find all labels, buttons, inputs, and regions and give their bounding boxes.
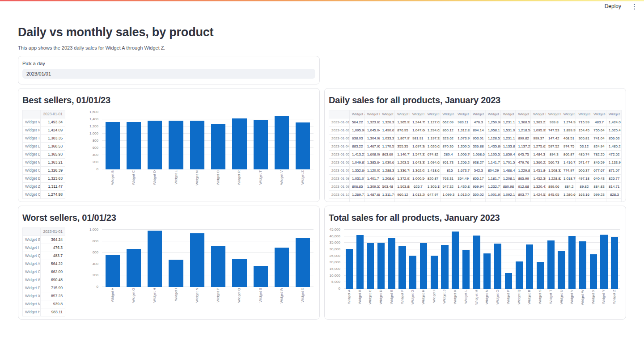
value-cell: 1,363.21 [41,159,65,167]
total-sales-content: 05,00010,00015,00020,00025,00030,00035,0… [329,227,622,314]
bar-band [482,253,493,289]
value-cell: 1,305.15 [425,183,440,191]
deploy-button[interactable]: Deploy [603,2,623,10]
x-axis-tick-label: Widget R [229,170,250,193]
value-cell: 89.82 [576,183,591,191]
table-row: Widget Z1,311.47 [23,183,65,191]
x-axis-tick-text: Widget O [216,170,220,185]
value-cell: 1,508.32 [546,167,561,175]
value-cell: 741.04 [591,135,606,143]
bar-band [344,249,355,289]
table-column-header: Widget H [455,110,470,118]
bar-band [376,243,386,289]
empty-cell [329,199,350,202]
table-row: Widget P715.99 [23,284,65,292]
bar-band [429,256,440,289]
bar-band [229,259,250,287]
value-cell: 1,309.53 [364,183,380,191]
value-cell: 1,490.65 [380,126,395,135]
bar [211,246,225,287]
y-axis-tick-label: 40,000 [329,235,340,238]
value-cell: 1,049.85 [350,159,365,167]
x-axis-tick-text: Widget N [485,290,489,304]
value-cell: 1,133.93 [606,159,622,167]
table-body: Widget S364.24Widget I476.3Widget Q483.7… [23,236,65,316]
table-row: 2023-01-101,269.731,487.681,311.79960.12… [329,191,622,199]
x-axis-tick-label: Widget N [186,288,208,310]
value-cell: 1,304.98 [364,135,380,143]
bar [483,253,491,289]
x-axis-tick-text: Widget H [153,288,157,303]
value-cell: 715.99 [41,284,65,292]
empty-cell [606,199,622,202]
row-label-cell: Widget H [23,308,41,316]
x-axis-tick-label: Widget V [567,290,577,312]
value-cell: 690.48 [41,276,65,284]
x-axis-tick-label: Widget Y [599,290,610,312]
x-axis-tick-text: Widget Q [237,288,241,303]
value-cell: 1,899.95 [561,126,576,135]
x-axis-tick-label: Widget F [397,290,408,312]
value-cell: 820.87 [425,175,440,183]
x-axis-tick-text: Widget B [358,290,362,304]
row-label-cell: Widget Q [23,252,41,260]
row-date-cell: 2023-01-07 [329,167,350,175]
value-cell: 1,424.09 [41,126,65,135]
bar-band [365,243,376,289]
x-axis-tick-text: Widget O [496,290,500,304]
kebab-menu-icon[interactable]: ⋮ [629,3,640,10]
row-date-cell: 2023-01-01 [329,118,350,126]
bar-band [440,245,450,289]
bar [431,256,438,289]
x-axis-labels: Widget BWidget CWidget DWidget LWidget M… [102,170,314,193]
empty-cell [395,199,410,202]
value-cell: 860.98 [500,183,516,191]
value-cell: 476.3 [470,118,486,126]
x-axis-tick-label: Widget B [102,170,123,193]
value-cell: 1,013.09 [455,191,470,199]
value-cell: 571.47 [576,159,591,167]
table-row: Widget A564.22 [23,260,65,268]
value-cell: 1,094.68 [425,159,440,167]
table-column-header: 2023-01-01 [41,228,65,236]
chart-plot-area: 02004006008001,0001,2001,4001,600 [102,112,314,169]
value-cell: 1,452.39 [531,175,546,183]
value-cell: 899.06 [546,183,561,191]
bar [127,122,141,169]
y-axis-tick-label: 1,000 [87,132,98,135]
value-cell: 662.09 [41,268,65,276]
bar [148,231,162,287]
y-axis-tick-label: 1,400 [87,118,98,121]
y-axis-tick-label: 1,200 [87,125,98,128]
page-title: Daily vs monthly sales, by product [18,0,626,39]
bar-band [471,236,482,289]
date-picker-label: Pick a day [22,61,315,66]
table-header: 2023-01-01 [23,110,65,118]
bar-band [250,266,271,287]
y-axis-tick-label: 600 [87,251,98,254]
value-cell: 1,280.66 [561,191,576,199]
x-axis-tick-text: Widget K [453,290,457,304]
value-cell: 468.51 [561,135,576,143]
x-axis-tick-label: Widget G [123,288,144,310]
value-cell: 1,547.33 [410,151,425,159]
value-cell: 560.73 [546,159,561,167]
value-cell: 1,128.51 [485,135,500,143]
x-axis-tick-label: Widget Q [229,288,250,310]
value-cell: 1,413.23 [350,151,365,159]
x-axis-tick-text: Widget P [216,288,220,302]
bar [296,238,310,287]
value-cell: 1,435.86 [485,143,500,151]
value-cell: 1,673.74 [455,167,470,175]
x-axis-tick-label: Widget G [407,290,418,312]
x-axis-labels: Widget AWidget GWidget HWidget IWidget N… [102,288,314,310]
value-cell: 1,531.02 [500,126,516,135]
table-row: 2023-01-081,031.071,401.71,208.641,372.9… [329,175,622,183]
row-label-cell: Widget D [23,151,41,159]
bar-band [208,124,229,169]
table-row: 2023-01-09806.851,309.53503.481,503.8862… [329,183,622,191]
empty-cell [516,199,531,202]
date-input[interactable] [22,69,315,79]
x-axis-tick-label: Widget D [144,170,165,193]
bar-band [292,122,314,169]
